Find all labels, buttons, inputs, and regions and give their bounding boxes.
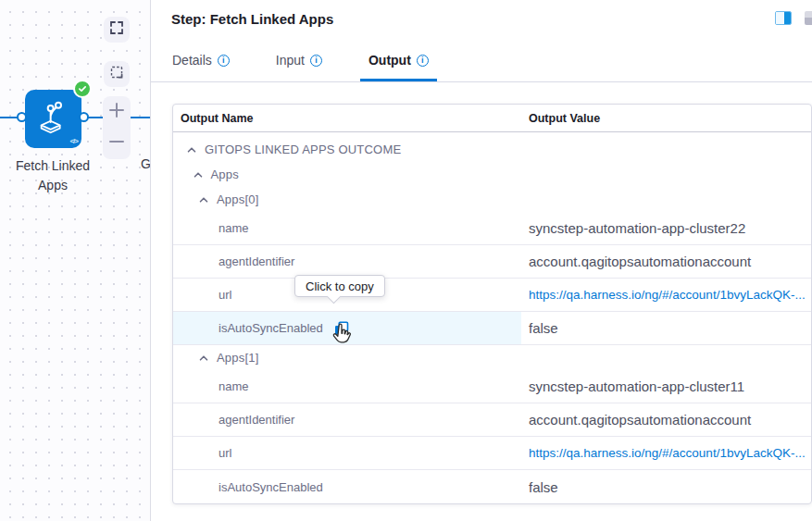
- table-row: urlhttps://qa.harness.io/ng/#/account/1b…: [173, 437, 811, 470]
- output-name-label: name: [219, 379, 249, 393]
- node-label: Fetch Linked Apps: [6, 156, 99, 195]
- chevron-up-icon[interactable]: [193, 169, 204, 180]
- table-row: namesyncstep-automation-app-cluster22: [173, 212, 811, 245]
- node-port-right: [79, 112, 89, 122]
- gitops-step-icon: [35, 99, 72, 140]
- fullscreen-button[interactable]: [104, 17, 130, 43]
- marquee-select-button[interactable]: [104, 61, 130, 87]
- output-value: account.qagitopsautomationaccount: [529, 254, 751, 269]
- column-header-output-value: Output Value: [521, 112, 811, 125]
- tab-label: Output: [369, 53, 411, 68]
- chevron-up-icon[interactable]: [198, 194, 209, 205]
- table-row: Apps[0]: [173, 187, 811, 212]
- tab-label: Details: [172, 53, 212, 68]
- output-name-label: agentIdentifier: [219, 413, 294, 427]
- table-row: Apps[1]: [173, 345, 811, 370]
- output-table: Output Name Output Value GITOPS LINKED A…: [172, 104, 812, 504]
- output-value-link[interactable]: https://qa.harness.io/ng/#/account/1bvyL…: [529, 288, 806, 302]
- table-row: isAutoSyncEnabledfalse: [173, 312, 811, 345]
- column-header-output-name: Output Name: [173, 112, 521, 125]
- output-value: account.qagitopsautomationaccount: [529, 412, 751, 428]
- zoom-out-icon[interactable]: [108, 133, 125, 154]
- group-label: Apps: [211, 167, 239, 181]
- pipeline-canvas: </> Fetch Linked Apps G: [0, 0, 150, 521]
- table-row: urlhttps://qa.harness.io/ng/#/account/1b…: [173, 279, 811, 312]
- copy-icon[interactable]: [334, 321, 349, 336]
- table-row: namesyncstep-automation-app-cluster11: [173, 370, 811, 403]
- node-port-left: [17, 112, 27, 122]
- table-header: Output Name Output Value: [173, 105, 811, 132]
- table-row: isAutoSyncEnabledfalse: [173, 470, 811, 503]
- output-name-label: isAutoSyncEnabled: [219, 480, 323, 494]
- table-row: agentIdentifieraccount.qagitopsautomatio…: [173, 245, 811, 279]
- output-name-label: name: [219, 221, 249, 235]
- chevron-up-icon[interactable]: [198, 353, 209, 364]
- group-label: Apps[0]: [217, 192, 259, 206]
- zoom-controls: [103, 96, 131, 159]
- tabs-bar: Details Input Output: [151, 43, 812, 82]
- output-name-label: url: [219, 446, 231, 460]
- tab-details[interactable]: Details: [164, 53, 238, 81]
- output-value-link[interactable]: https://qa.harness.io/ng/#/account/1bvyL…: [529, 446, 806, 460]
- info-icon[interactable]: [218, 55, 230, 67]
- check-circle-icon: [73, 80, 92, 98]
- output-name-label: agentIdentifier: [219, 254, 294, 268]
- fullscreen-icon: [110, 21, 123, 38]
- table-row: GITOPS LINKED APPS OUTCOME: [173, 137, 811, 162]
- panel-partial-icon[interactable]: [805, 11, 812, 25]
- tab-label: Input: [276, 53, 305, 68]
- tooltip-text: Click to copy: [306, 279, 374, 293]
- info-icon[interactable]: [417, 55, 429, 67]
- page-title: Step: Fetch Linked Apps: [171, 11, 333, 27]
- code-icon: </>: [69, 137, 78, 145]
- output-value: false: [529, 479, 558, 495]
- tab-input[interactable]: Input: [268, 53, 331, 81]
- group-label: Apps[1]: [217, 351, 259, 365]
- step-node-fetch-linked-apps[interactable]: </>: [25, 90, 81, 148]
- table-row: agentIdentifieraccount.qagitopsautomatio…: [173, 403, 811, 437]
- output-value: syncstep-automation-app-cluster22: [529, 220, 745, 236]
- output-value: syncstep-automation-app-cluster11: [529, 378, 744, 394]
- table-body: GITOPS LINKED APPS OUTCOMEAppsApps[0]nam…: [173, 132, 811, 503]
- output-name-label: isAutoSyncEnabled: [219, 321, 323, 335]
- chevron-up-icon[interactable]: [186, 144, 197, 155]
- table-row: Apps: [173, 162, 811, 187]
- output-value: false: [529, 320, 558, 336]
- output-name-label: url: [219, 288, 231, 302]
- step-details-panel: Step: Fetch Linked Apps Details Input Ou…: [151, 0, 812, 521]
- split-panel-icon[interactable]: [775, 11, 792, 25]
- app-window: </> Fetch Linked Apps G: [0, 0, 812, 521]
- marquee-select-icon: [110, 66, 123, 82]
- zoom-in-icon[interactable]: [108, 102, 125, 122]
- tab-output[interactable]: Output: [360, 53, 437, 81]
- info-icon[interactable]: [310, 55, 322, 67]
- group-label: GITOPS LINKED APPS OUTCOME: [205, 143, 401, 156]
- click-to-copy-tooltip: Click to copy: [294, 275, 385, 297]
